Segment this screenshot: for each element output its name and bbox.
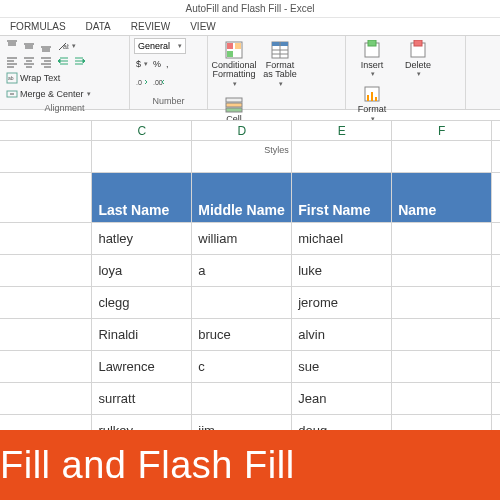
- comma-format-button[interactable]: ,: [164, 56, 171, 72]
- svg-rect-7: [227, 43, 233, 49]
- align-middle-button[interactable]: [21, 38, 37, 54]
- svg-rect-13: [226, 103, 242, 107]
- column-header-d[interactable]: D: [192, 121, 292, 141]
- svg-rect-14: [226, 108, 242, 112]
- tab-data[interactable]: DATA: [76, 18, 121, 35]
- increase-indent-button[interactable]: [72, 54, 88, 70]
- table-row[interactable]: loyaaluke: [0, 255, 500, 287]
- video-title-overlay: Fill and Flash Fill: [0, 430, 500, 500]
- svg-text:ab: ab: [63, 43, 69, 50]
- worksheet-grid[interactable]: C D E F G Last Name Middle Name First Na…: [0, 120, 500, 447]
- increase-decimal-button[interactable]: .0: [134, 74, 150, 90]
- ribbon-tab-strip: FORMULAS DATA REVIEW VIEW: [0, 18, 500, 36]
- column-header-f[interactable]: F: [392, 121, 492, 141]
- column-header-g[interactable]: G: [492, 121, 500, 141]
- percent-format-button[interactable]: %: [151, 56, 163, 72]
- table-header-firstname[interactable]: First Name: [292, 173, 392, 223]
- format-cells-button[interactable]: Format: [350, 82, 394, 124]
- svg-rect-9: [227, 51, 233, 57]
- table-row[interactable]: hatleywilliammichael: [0, 223, 500, 255]
- delete-cells-button[interactable]: Delete: [396, 38, 440, 80]
- insert-cells-button[interactable]: Insert: [350, 38, 394, 80]
- column-header-e[interactable]: E: [292, 121, 392, 141]
- svg-rect-18: [414, 40, 422, 46]
- svg-text:.0: .0: [136, 79, 142, 86]
- table-header-lastname[interactable]: Last Name: [92, 173, 192, 223]
- svg-rect-12: [226, 98, 242, 102]
- group-number-label: Number: [134, 95, 203, 107]
- align-bottom-button[interactable]: [38, 38, 54, 54]
- decrease-decimal-button[interactable]: .00: [151, 74, 167, 90]
- tab-formulas[interactable]: FORMULAS: [0, 18, 76, 35]
- align-center-button[interactable]: [21, 54, 37, 70]
- table-header-name[interactable]: Name: [392, 173, 492, 223]
- align-left-button[interactable]: [4, 54, 20, 70]
- group-alignment-label: Alignment: [4, 102, 125, 114]
- decrease-indent-button[interactable]: [55, 54, 71, 70]
- table-row[interactable]: surrattJean: [0, 383, 500, 415]
- table-row[interactable]: cleggjerome: [0, 287, 500, 319]
- number-format-select[interactable]: General: [134, 38, 186, 54]
- tab-review[interactable]: REVIEW: [121, 18, 180, 35]
- align-top-button[interactable]: [4, 38, 20, 54]
- svg-rect-8: [235, 43, 241, 49]
- column-header-c[interactable]: C: [92, 121, 192, 141]
- accounting-format-button[interactable]: $: [134, 56, 150, 72]
- orientation-button[interactable]: ab: [55, 38, 78, 54]
- conditional-formatting-button[interactable]: Conditional Formatting: [212, 38, 256, 90]
- format-as-table-button[interactable]: Format as Table: [258, 38, 302, 90]
- table-header-middlename[interactable]: Middle Name: [192, 173, 292, 223]
- svg-rect-16: [368, 40, 376, 46]
- align-right-button[interactable]: [38, 54, 54, 70]
- ribbon: ab abWrap Text Merge & Center Alignment …: [0, 36, 500, 110]
- merge-center-button[interactable]: Merge & Center: [4, 86, 93, 102]
- svg-text:.00: .00: [153, 79, 163, 86]
- table-row[interactable]: Rinaldibrucealvin: [0, 319, 500, 351]
- table-row[interactable]: Lawrencecsue: [0, 351, 500, 383]
- tab-view[interactable]: VIEW: [180, 18, 226, 35]
- window-titlebar: AutoFill and Flash Fill - Excel: [0, 0, 500, 18]
- wrap-text-button[interactable]: abWrap Text: [4, 70, 93, 86]
- svg-text:ab: ab: [8, 75, 14, 81]
